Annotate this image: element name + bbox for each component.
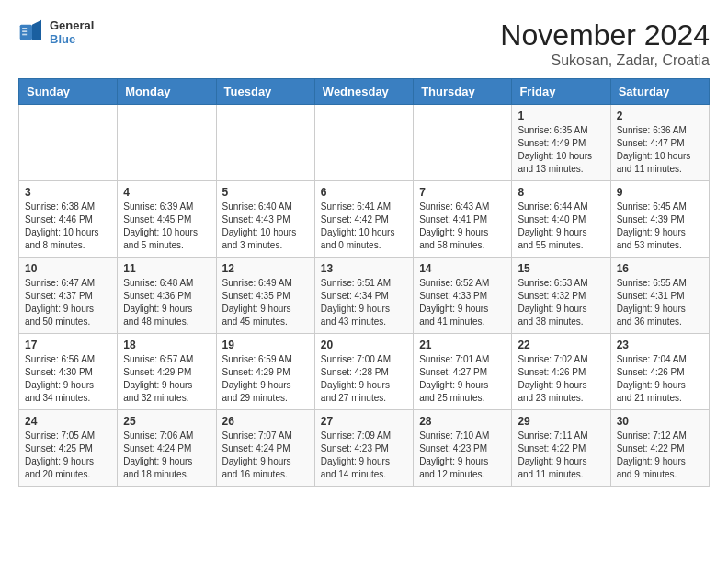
day-number: 30: [617, 415, 703, 428]
svg-rect-2: [22, 28, 27, 29]
calendar-cell: 30Sunrise: 7:12 AMSunset: 4:22 PMDayligh…: [610, 410, 709, 487]
calendar-cell: 28Sunrise: 7:10 AMSunset: 4:23 PMDayligh…: [414, 410, 512, 487]
calendar-week-row: 3Sunrise: 6:38 AMSunset: 4:46 PMDaylight…: [19, 181, 710, 258]
day-info: Sunset: 4:35 PM: [222, 290, 309, 303]
day-info: Daylight: 9 hours and 23 minutes.: [518, 379, 604, 405]
calendar-cell: 25Sunrise: 7:06 AMSunset: 4:24 PMDayligh…: [118, 410, 216, 487]
calendar-cell: 3Sunrise: 6:38 AMSunset: 4:46 PMDaylight…: [19, 181, 118, 258]
logo-line1: General: [50, 18, 94, 32]
day-info: Daylight: 9 hours and 25 minutes.: [419, 379, 506, 405]
day-info: Daylight: 9 hours and 12 minutes.: [419, 455, 506, 481]
day-number: 17: [25, 339, 111, 351]
day-info: Sunrise: 6:39 AM: [123, 201, 210, 213]
calendar-cell: [314, 105, 413, 181]
day-info: Daylight: 9 hours and 14 minutes.: [321, 455, 407, 481]
day-number: 29: [518, 415, 604, 428]
day-info: Daylight: 9 hours and 43 minutes.: [321, 303, 407, 328]
day-info: Sunrise: 6:45 AM: [617, 201, 703, 213]
day-info: Sunrise: 6:53 AM: [518, 277, 604, 290]
day-number: 18: [123, 339, 210, 351]
calendar-header-sunday: Sunday: [19, 79, 118, 105]
svg-marker-1: [32, 20, 41, 40]
day-info: Daylight: 9 hours and 21 minutes.: [617, 379, 703, 405]
calendar-cell: 4Sunrise: 6:39 AMSunset: 4:45 PMDaylight…: [118, 181, 216, 258]
day-info: Sunset: 4:45 PM: [123, 213, 210, 226]
day-info: Sunrise: 6:40 AM: [222, 201, 309, 213]
day-number: 25: [123, 415, 210, 428]
day-info: Daylight: 9 hours and 53 minutes.: [617, 226, 703, 252]
day-number: 15: [518, 262, 604, 275]
day-info: Sunrise: 7:11 AM: [518, 430, 604, 442]
calendar-cell: 18Sunrise: 6:57 AMSunset: 4:29 PMDayligh…: [118, 334, 216, 410]
day-info: Sunrise: 7:02 AM: [518, 353, 604, 366]
day-number: 14: [419, 262, 506, 275]
day-info: Sunset: 4:46 PM: [25, 213, 111, 226]
day-info: Sunrise: 6:41 AM: [321, 201, 407, 213]
day-info: Daylight: 9 hours and 20 minutes.: [25, 455, 111, 481]
calendar-cell: 16Sunrise: 6:55 AMSunset: 4:31 PMDayligh…: [610, 258, 709, 334]
day-info: Daylight: 9 hours and 27 minutes.: [321, 379, 407, 405]
day-info: Daylight: 9 hours and 18 minutes.: [123, 455, 210, 481]
day-info: Daylight: 10 hours and 3 minutes.: [222, 226, 309, 252]
calendar-cell: 20Sunrise: 7:00 AMSunset: 4:28 PMDayligh…: [314, 334, 413, 410]
calendar-header-tuesday: Tuesday: [216, 79, 314, 105]
day-info: Daylight: 9 hours and 34 minutes.: [25, 379, 111, 405]
day-info: Sunrise: 6:38 AM: [25, 201, 111, 213]
day-info: Sunset: 4:33 PM: [419, 290, 506, 303]
day-info: Daylight: 9 hours and 58 minutes.: [419, 226, 506, 252]
calendar-cell: 26Sunrise: 7:07 AMSunset: 4:24 PMDayligh…: [216, 410, 314, 487]
day-info: Sunset: 4:28 PM: [321, 366, 407, 379]
day-info: Sunset: 4:47 PM: [617, 137, 703, 150]
logo-line2: Blue: [50, 32, 94, 46]
day-info: Sunrise: 6:44 AM: [518, 201, 604, 213]
calendar-header-row: SundayMondayTuesdayWednesdayThursdayFrid…: [19, 79, 710, 105]
day-number: 13: [321, 262, 407, 275]
day-info: Sunrise: 7:09 AM: [321, 430, 407, 442]
calendar-header-friday: Friday: [512, 79, 610, 105]
day-info: Daylight: 10 hours and 5 minutes.: [123, 226, 210, 252]
day-info: Daylight: 9 hours and 45 minutes.: [222, 303, 309, 328]
day-info: Sunrise: 6:48 AM: [123, 277, 210, 290]
calendar-cell: 10Sunrise: 6:47 AMSunset: 4:37 PMDayligh…: [19, 258, 118, 334]
calendar-cell: 11Sunrise: 6:48 AMSunset: 4:36 PMDayligh…: [118, 258, 216, 334]
calendar-table: SundayMondayTuesdayWednesdayThursdayFrid…: [18, 78, 710, 487]
calendar-cell: 19Sunrise: 6:59 AMSunset: 4:29 PMDayligh…: [216, 334, 314, 410]
calendar-cell: 9Sunrise: 6:45 AMSunset: 4:39 PMDaylight…: [610, 181, 709, 258]
day-info: Sunrise: 6:57 AM: [123, 353, 210, 366]
day-number: 10: [25, 262, 111, 275]
day-info: Sunrise: 6:52 AM: [419, 277, 506, 290]
calendar-week-row: 24Sunrise: 7:05 AMSunset: 4:25 PMDayligh…: [19, 410, 710, 487]
day-info: Sunrise: 6:55 AM: [617, 277, 703, 290]
logo-text: General Blue: [50, 18, 94, 46]
day-info: Sunrise: 7:06 AM: [123, 430, 210, 442]
day-info: Sunset: 4:24 PM: [123, 442, 210, 455]
day-number: 4: [123, 186, 210, 199]
calendar-cell: 1Sunrise: 6:35 AMSunset: 4:49 PMDaylight…: [512, 105, 610, 181]
day-info: Sunset: 4:37 PM: [25, 290, 111, 303]
calendar-week-row: 17Sunrise: 6:56 AMSunset: 4:30 PMDayligh…: [19, 334, 710, 410]
calendar-cell: 6Sunrise: 6:41 AMSunset: 4:42 PMDaylight…: [314, 181, 413, 258]
day-info: Sunset: 4:22 PM: [518, 442, 604, 455]
calendar-cell: [118, 105, 216, 181]
calendar-week-row: 10Sunrise: 6:47 AMSunset: 4:37 PMDayligh…: [19, 258, 710, 334]
calendar-cell: 8Sunrise: 6:44 AMSunset: 4:40 PMDaylight…: [512, 181, 610, 258]
day-info: Daylight: 9 hours and 38 minutes.: [518, 303, 604, 328]
title-block: November 2024 Sukosan, Zadar, Croatia: [500, 18, 710, 69]
calendar-header-monday: Monday: [118, 79, 216, 105]
calendar-cell: [414, 105, 512, 181]
calendar-header-thursday: Thursday: [414, 79, 512, 105]
day-info: Sunset: 4:23 PM: [321, 442, 407, 455]
calendar-subtitle: Sukosan, Zadar, Croatia: [500, 52, 710, 69]
calendar-cell: 2Sunrise: 6:36 AMSunset: 4:47 PMDaylight…: [610, 105, 709, 181]
day-number: 19: [222, 339, 309, 351]
day-info: Sunrise: 7:01 AM: [419, 353, 506, 366]
day-number: 23: [617, 339, 703, 351]
day-info: Daylight: 9 hours and 41 minutes.: [419, 303, 506, 328]
calendar-cell: 21Sunrise: 7:01 AMSunset: 4:27 PMDayligh…: [414, 334, 512, 410]
day-number: 21: [419, 339, 506, 351]
calendar-header-wednesday: Wednesday: [314, 79, 413, 105]
day-number: 26: [222, 415, 309, 428]
page-header: General Blue November 2024 Sukosan, Zada…: [18, 18, 710, 69]
day-info: Sunrise: 7:10 AM: [419, 430, 506, 442]
day-info: Sunset: 4:29 PM: [222, 366, 309, 379]
